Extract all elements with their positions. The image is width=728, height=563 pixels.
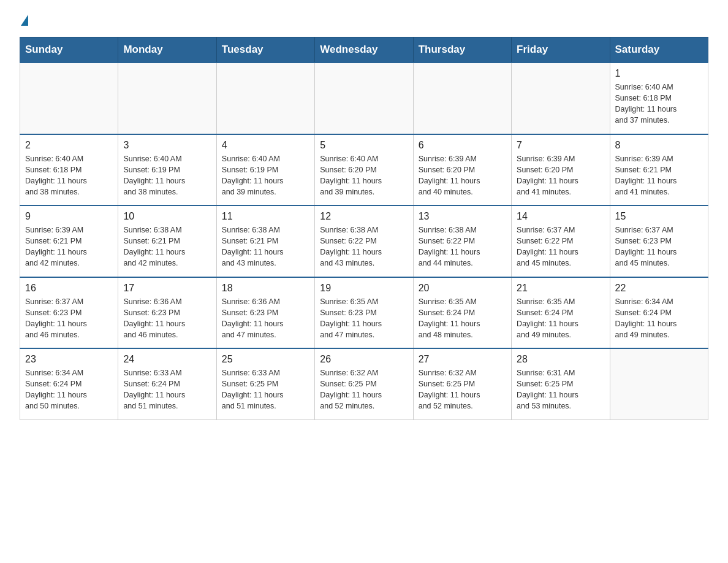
day-number: 19 (320, 283, 408, 294)
calendar-cell (216, 63, 314, 134)
day-number: 10 (123, 211, 211, 222)
day-info: Sunrise: 6:37 AM Sunset: 6:23 PM Dayligh… (615, 224, 703, 269)
calendar-week-row: 2Sunrise: 6:40 AM Sunset: 6:18 PM Daylig… (20, 134, 708, 206)
day-info: Sunrise: 6:37 AM Sunset: 6:23 PM Dayligh… (25, 296, 113, 341)
day-info: Sunrise: 6:38 AM Sunset: 6:21 PM Dayligh… (222, 224, 309, 269)
day-number: 4 (222, 140, 309, 151)
calendar-week-row: 23Sunrise: 6:34 AM Sunset: 6:24 PM Dayli… (20, 348, 708, 419)
weekday-header-friday: Friday (512, 37, 610, 63)
calendar-table: SundayMondayTuesdayWednesdayThursdayFrid… (20, 37, 708, 420)
calendar-cell: 14Sunrise: 6:37 AM Sunset: 6:22 PM Dayli… (512, 205, 610, 277)
calendar-cell (413, 63, 511, 134)
calendar-cell: 20Sunrise: 6:35 AM Sunset: 6:24 PM Dayli… (413, 277, 511, 349)
calendar-cell: 5Sunrise: 6:40 AM Sunset: 6:20 PM Daylig… (315, 134, 413, 206)
day-info: Sunrise: 6:34 AM Sunset: 6:24 PM Dayligh… (25, 367, 113, 412)
day-number: 25 (222, 354, 309, 365)
day-info: Sunrise: 6:31 AM Sunset: 6:25 PM Dayligh… (517, 367, 604, 412)
calendar-cell: 9Sunrise: 6:39 AM Sunset: 6:21 PM Daylig… (20, 205, 118, 277)
weekday-header-sunday: Sunday (20, 37, 118, 63)
day-info: Sunrise: 6:36 AM Sunset: 6:23 PM Dayligh… (123, 296, 211, 341)
day-info: Sunrise: 6:38 AM Sunset: 6:22 PM Dayligh… (320, 224, 408, 269)
calendar-cell: 28Sunrise: 6:31 AM Sunset: 6:25 PM Dayli… (512, 348, 610, 419)
calendar-cell (512, 63, 610, 134)
day-number: 15 (615, 211, 703, 222)
day-number: 27 (419, 354, 506, 365)
calendar-cell: 6Sunrise: 6:39 AM Sunset: 6:20 PM Daylig… (413, 134, 511, 206)
calendar-cell: 24Sunrise: 6:33 AM Sunset: 6:24 PM Dayli… (118, 348, 216, 419)
calendar-cell: 7Sunrise: 6:39 AM Sunset: 6:20 PM Daylig… (512, 134, 610, 206)
weekday-header-monday: Monday (118, 37, 216, 63)
day-info: Sunrise: 6:32 AM Sunset: 6:25 PM Dayligh… (419, 367, 506, 412)
calendar-cell: 25Sunrise: 6:33 AM Sunset: 6:25 PM Dayli… (216, 348, 314, 419)
calendar-cell: 13Sunrise: 6:38 AM Sunset: 6:22 PM Dayli… (413, 205, 511, 277)
day-number: 23 (25, 354, 113, 365)
calendar-cell: 21Sunrise: 6:35 AM Sunset: 6:24 PM Dayli… (512, 277, 610, 349)
day-number: 21 (517, 283, 604, 294)
calendar-week-row: 16Sunrise: 6:37 AM Sunset: 6:23 PM Dayli… (20, 277, 708, 349)
calendar-week-row: 9Sunrise: 6:39 AM Sunset: 6:21 PM Daylig… (20, 205, 708, 277)
calendar-cell: 12Sunrise: 6:38 AM Sunset: 6:22 PM Dayli… (315, 205, 413, 277)
calendar-cell: 3Sunrise: 6:40 AM Sunset: 6:19 PM Daylig… (118, 134, 216, 206)
day-number: 3 (123, 140, 211, 151)
day-info: Sunrise: 6:38 AM Sunset: 6:21 PM Dayligh… (123, 224, 211, 269)
day-info: Sunrise: 6:35 AM Sunset: 6:24 PM Dayligh… (419, 296, 506, 341)
calendar-cell: 8Sunrise: 6:39 AM Sunset: 6:21 PM Daylig… (610, 134, 708, 206)
calendar-cell (118, 63, 216, 134)
weekday-header-thursday: Thursday (413, 37, 511, 63)
day-info: Sunrise: 6:40 AM Sunset: 6:19 PM Dayligh… (222, 153, 309, 198)
calendar-cell: 16Sunrise: 6:37 AM Sunset: 6:23 PM Dayli… (20, 277, 118, 349)
logo-triangle-icon (21, 15, 28, 26)
weekday-header-wednesday: Wednesday (315, 37, 413, 63)
day-number: 18 (222, 283, 309, 294)
day-number: 16 (25, 283, 113, 294)
day-info: Sunrise: 6:40 AM Sunset: 6:18 PM Dayligh… (615, 82, 703, 126)
day-number: 9 (25, 211, 113, 222)
calendar-cell: 4Sunrise: 6:40 AM Sunset: 6:19 PM Daylig… (216, 134, 314, 206)
day-info: Sunrise: 6:39 AM Sunset: 6:21 PM Dayligh… (615, 153, 703, 198)
day-number: 28 (517, 354, 604, 365)
day-info: Sunrise: 6:40 AM Sunset: 6:20 PM Dayligh… (320, 153, 408, 198)
calendar-cell: 18Sunrise: 6:36 AM Sunset: 6:23 PM Dayli… (216, 277, 314, 349)
calendar-cell: 15Sunrise: 6:37 AM Sunset: 6:23 PM Dayli… (610, 205, 708, 277)
day-info: Sunrise: 6:39 AM Sunset: 6:20 PM Dayligh… (419, 153, 506, 198)
calendar-cell: 26Sunrise: 6:32 AM Sunset: 6:25 PM Dayli… (315, 348, 413, 419)
calendar-cell: 19Sunrise: 6:35 AM Sunset: 6:23 PM Dayli… (315, 277, 413, 349)
calendar-cell: 1Sunrise: 6:40 AM Sunset: 6:18 PM Daylig… (610, 63, 708, 134)
page-header (20, 15, 708, 27)
day-info: Sunrise: 6:40 AM Sunset: 6:18 PM Dayligh… (25, 153, 113, 198)
day-number: 12 (320, 211, 408, 222)
day-info: Sunrise: 6:38 AM Sunset: 6:22 PM Dayligh… (419, 224, 506, 269)
calendar-cell (20, 63, 118, 134)
calendar-cell: 27Sunrise: 6:32 AM Sunset: 6:25 PM Dayli… (413, 348, 511, 419)
day-info: Sunrise: 6:40 AM Sunset: 6:19 PM Dayligh… (123, 153, 211, 198)
calendar-cell: 23Sunrise: 6:34 AM Sunset: 6:24 PM Dayli… (20, 348, 118, 419)
day-info: Sunrise: 6:37 AM Sunset: 6:22 PM Dayligh… (517, 224, 604, 269)
weekday-header-saturday: Saturday (610, 37, 708, 63)
day-info: Sunrise: 6:32 AM Sunset: 6:25 PM Dayligh… (320, 367, 408, 412)
calendar-cell: 2Sunrise: 6:40 AM Sunset: 6:18 PM Daylig… (20, 134, 118, 206)
day-number: 7 (517, 140, 604, 151)
calendar-cell (315, 63, 413, 134)
day-number: 26 (320, 354, 408, 365)
day-number: 22 (615, 283, 703, 294)
calendar-week-row: 1Sunrise: 6:40 AM Sunset: 6:18 PM Daylig… (20, 63, 708, 134)
day-number: 13 (419, 211, 506, 222)
day-number: 17 (123, 283, 211, 294)
weekday-header-tuesday: Tuesday (216, 37, 314, 63)
day-number: 20 (419, 283, 506, 294)
day-number: 5 (320, 140, 408, 151)
day-number: 24 (123, 354, 211, 365)
logo (20, 15, 29, 27)
day-info: Sunrise: 6:35 AM Sunset: 6:23 PM Dayligh… (320, 296, 408, 341)
day-info: Sunrise: 6:39 AM Sunset: 6:21 PM Dayligh… (25, 224, 113, 269)
day-info: Sunrise: 6:33 AM Sunset: 6:25 PM Dayligh… (222, 367, 309, 412)
day-info: Sunrise: 6:33 AM Sunset: 6:24 PM Dayligh… (123, 367, 211, 412)
calendar-cell (610, 348, 708, 419)
day-number: 8 (615, 140, 703, 151)
day-number: 6 (419, 140, 506, 151)
weekday-header-row: SundayMondayTuesdayWednesdayThursdayFrid… (20, 37, 708, 63)
day-info: Sunrise: 6:34 AM Sunset: 6:24 PM Dayligh… (615, 296, 703, 341)
day-info: Sunrise: 6:35 AM Sunset: 6:24 PM Dayligh… (517, 296, 604, 341)
day-info: Sunrise: 6:36 AM Sunset: 6:23 PM Dayligh… (222, 296, 309, 341)
day-number: 2 (25, 140, 113, 151)
